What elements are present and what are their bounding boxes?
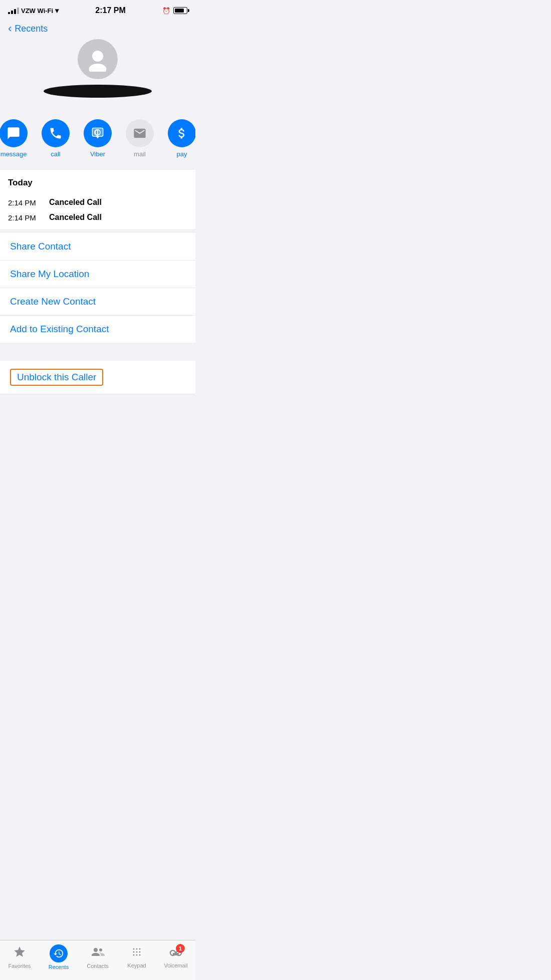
message-button[interactable] bbox=[0, 119, 28, 147]
mail-label: mail bbox=[134, 150, 146, 158]
unblock-caller-button[interactable]: Unblock this Caller bbox=[10, 369, 103, 386]
viber-button[interactable] bbox=[84, 119, 112, 147]
status-time: 2:17 PM bbox=[95, 6, 125, 15]
action-call[interactable]: call bbox=[42, 119, 70, 158]
call-status-1: Canceled Call bbox=[49, 198, 102, 207]
call-icon bbox=[49, 126, 63, 140]
share-contact-item[interactable]: Share Contact bbox=[0, 233, 195, 261]
svg-point-0 bbox=[92, 51, 103, 62]
add-existing-item[interactable]: Add to Existing Contact bbox=[0, 316, 195, 343]
signal-bars-icon bbox=[8, 8, 19, 14]
pay-label: pay bbox=[177, 150, 187, 158]
svg-point-1 bbox=[89, 64, 107, 72]
status-right: ⏰ bbox=[162, 7, 187, 15]
pay-icon bbox=[175, 126, 189, 140]
svg-marker-4 bbox=[96, 136, 100, 139]
wifi-icon: ▾ bbox=[55, 7, 59, 15]
call-row: 2:14 PM Canceled Call bbox=[8, 195, 187, 210]
mail-icon bbox=[133, 126, 147, 140]
call-label: call bbox=[51, 150, 61, 158]
unblock-item-wrapper: Unblock this Caller bbox=[0, 361, 195, 394]
pay-button[interactable] bbox=[168, 119, 195, 147]
call-history-section: Today 2:14 PM Canceled Call 2:14 PM Canc… bbox=[0, 170, 195, 229]
back-chevron-icon: ‹ bbox=[8, 22, 12, 35]
action-message[interactable]: message bbox=[0, 119, 28, 158]
message-icon bbox=[7, 126, 21, 140]
share-location-item[interactable]: Share My Location bbox=[0, 261, 195, 288]
avatar-icon bbox=[85, 47, 110, 72]
call-button[interactable] bbox=[42, 119, 70, 147]
alarm-icon: ⏰ bbox=[162, 7, 170, 15]
action-pay[interactable]: pay bbox=[168, 119, 195, 158]
nav-bar: ‹ Recents bbox=[0, 18, 195, 39]
back-button[interactable]: ‹ Recents bbox=[8, 22, 48, 35]
back-label: Recents bbox=[15, 24, 48, 34]
status-bar: VZW Wi-Fi ▾ 2:17 PM ⏰ bbox=[0, 0, 195, 18]
carrier-text: VZW Wi-Fi bbox=[21, 7, 53, 15]
call-row: 2:14 PM Canceled Call bbox=[8, 210, 187, 225]
call-history-title: Today bbox=[8, 178, 187, 188]
viber-label: Viber bbox=[90, 150, 105, 158]
large-spacer bbox=[0, 398, 195, 499]
contact-name-redacted bbox=[43, 84, 153, 98]
status-left: VZW Wi-Fi ▾ bbox=[8, 7, 59, 15]
unblock-section: Unblock this Caller bbox=[0, 361, 195, 394]
call-time-1: 2:14 PM bbox=[8, 198, 43, 207]
action-buttons: message call Viber mail bbox=[0, 110, 195, 170]
svg-point-2 bbox=[44, 85, 152, 98]
mail-button[interactable] bbox=[126, 119, 154, 147]
call-status-2: Canceled Call bbox=[49, 213, 102, 222]
menu-list: Share Contact Share My Location Create N… bbox=[0, 233, 195, 343]
spacer bbox=[0, 347, 195, 361]
profile-section bbox=[0, 39, 195, 110]
viber-icon bbox=[91, 126, 105, 140]
avatar bbox=[78, 39, 118, 79]
battery-icon bbox=[173, 7, 187, 14]
create-contact-item[interactable]: Create New Contact bbox=[0, 288, 195, 316]
call-time-2: 2:14 PM bbox=[8, 213, 43, 222]
action-viber[interactable]: Viber bbox=[84, 119, 112, 158]
message-label: message bbox=[1, 150, 27, 158]
action-mail[interactable]: mail bbox=[126, 119, 154, 158]
